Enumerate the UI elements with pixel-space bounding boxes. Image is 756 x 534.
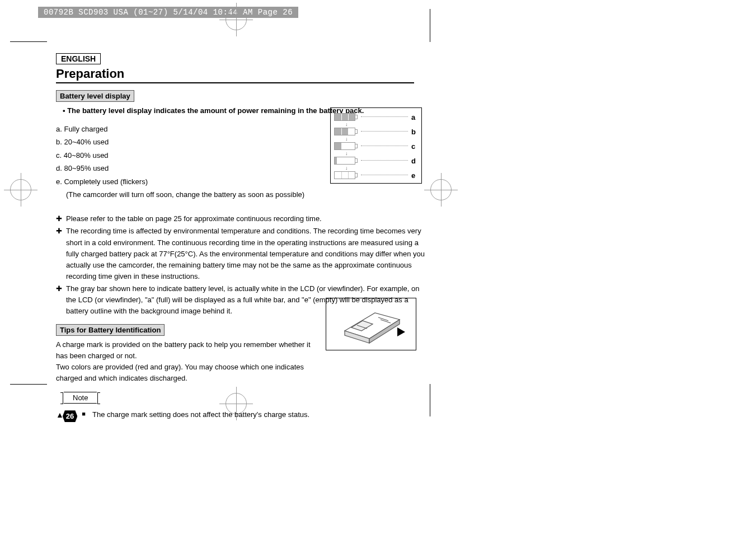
arrow-down-icon: ↓ [345,137,418,141]
crop-rule-bl [10,384,47,385]
plus-icon: ✚ [56,226,66,282]
leader-dots [361,116,408,118]
battery-level-figure: a ↓ b ↓ c ↓ d ↓ e [330,107,422,184]
battery-icon [334,171,355,179]
note-item: ✚ The recording time is affected by envi… [56,226,425,282]
note-text-1: Please refer to the table on page 25 for… [66,213,425,224]
page-number-arrow: ▲ [56,410,64,419]
figure-label-e: e [411,171,418,180]
note-row: ▲ 26 ■ The charge mark setting does not … [56,410,425,422]
plus-icon: ✚ [56,213,66,224]
battery-row-d: d [334,156,418,165]
arrow-down-icon: ↓ [345,123,418,127]
leader-dots [361,175,408,176]
level-e-sub: (The camcorder will turn off soon, chang… [56,188,425,201]
battery-pack-figure [326,298,416,350]
arrow-down-icon: ↓ [345,166,418,170]
print-header-bar: 00792B SCD903 USA (01~27) 5/14/04 10:44 … [38,7,298,18]
registration-mark-right [430,179,452,200]
figure-label-a: a [411,113,418,121]
battery-level-heading: Battery level display [56,90,134,102]
arrow-right-icon [397,327,405,336]
note-item: ✚ Please refer to the table on page 25 f… [56,213,425,224]
crop-rule-tl [10,41,47,42]
arrow-down-icon: ↓ [345,152,418,156]
tips-text: A charge mark is provided on the battery… [56,339,319,385]
battery-icon [334,157,355,165]
battery-tip-icon [355,158,358,163]
leader-dots [361,146,408,147]
note-label: Note [64,392,97,404]
figure-label-c: c [411,142,418,151]
tips-heading: Tips for Battery Identification [56,324,165,336]
battery-row-b: b [334,127,418,136]
registration-mark-left [10,179,31,200]
leader-dots [361,131,408,132]
battery-row-c: c [334,142,418,151]
battery-row-e: e [334,171,418,180]
battery-pack-icon [335,304,407,344]
figure-label-b: b [411,128,418,136]
battery-tip-icon [355,129,358,134]
title-rule [56,82,414,83]
registration-mark-top [226,9,247,30]
plus-icon: ✚ [56,283,66,317]
leader-dots [361,160,408,161]
figure-label-d: d [411,157,418,165]
battery-row-a: a [334,113,418,121]
crop-rule-tr-v [430,9,430,41]
battery-icon [334,113,355,121]
crop-rule-br-v [430,384,430,416]
battery-icon [334,142,355,150]
battery-tip-icon [355,173,358,177]
language-label: ENGLISH [56,53,101,64]
section-title: Preparation [56,67,425,81]
battery-tip-icon [355,144,358,148]
note-text-2: The recording time is affected by enviro… [66,226,425,282]
footnote-text: The charge mark setting does not affect … [92,410,309,419]
battery-icon [334,128,355,135]
square-bullet-icon: ■ [82,410,86,417]
page-number: 26 [63,410,77,422]
crop-rule-tr [430,41,430,42]
battery-tip-icon [355,115,358,119]
